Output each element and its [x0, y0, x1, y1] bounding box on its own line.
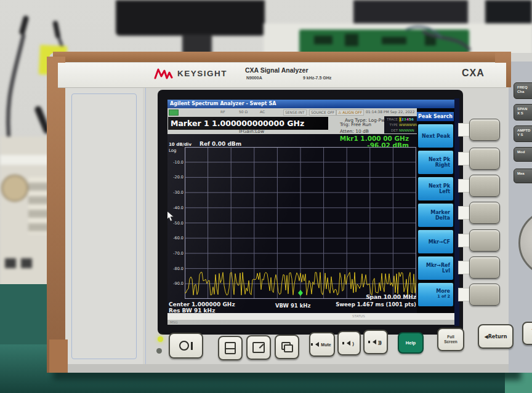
softkey-button-5[interactable] [458, 229, 500, 250]
softkey-more[interactable]: More 1 of 2 [418, 283, 453, 306]
y-axis-label: -80.0 [167, 266, 183, 271]
mute-button[interactable]: Mute [309, 332, 335, 357]
y-axis-label: -30.0 [167, 190, 183, 195]
model-number: N9000A [246, 76, 262, 80]
ref-level: Ref 0.00 dBm [200, 141, 241, 147]
y-axis-label: -60.0 [167, 236, 183, 240]
marker1-diamond [298, 290, 303, 296]
mouse-cursor [167, 210, 175, 223]
screen-status-row: RF 50 Ω AC SENSE:INT SOURCE OFF ⚠ ALIGN … [167, 108, 454, 116]
fnkey-label: SPAN [517, 107, 532, 111]
type-label: TYPE [385, 122, 398, 128]
window-split-button[interactable] [218, 336, 243, 360]
meas-key[interactable]: Mea [514, 169, 532, 183]
fnkey-label: X S [517, 111, 532, 116]
fnkey-label: Cha [517, 90, 532, 94]
center-freq-label: Center 1.000000 GHz [169, 301, 235, 308]
sweep-label: Sweep 1.467 ms (1001 pts) [336, 301, 416, 308]
copper-tape-left [47, 57, 65, 373]
window-split-icon [225, 342, 236, 354]
softkey-button-1[interactable] [458, 119, 500, 140]
impedance-indicator: 50 Ω [239, 109, 248, 114]
coupling-indicator: AC [260, 109, 265, 114]
remote-indicator [169, 109, 179, 116]
keysight-logo-icon [154, 68, 174, 80]
speaker-low-icon [344, 341, 350, 346]
power-led-on [158, 336, 163, 342]
copper-tape-top [53, 52, 511, 62]
trig-label: Trig: Free Run [340, 122, 371, 127]
type-row: WWWWWW [399, 123, 419, 127]
tab-button[interactable]: Ta →| [522, 322, 532, 345]
softkey-button-6[interactable] [458, 256, 500, 277]
det-row: NNNNNN [399, 129, 414, 132]
left-instrument-darkkey [5, 258, 16, 268]
menu-header: Peak Search [417, 112, 454, 121]
span-label: Span 10.00 MHz [366, 294, 416, 300]
speaker-mute-icon [313, 342, 319, 347]
softkey-next-pk-right[interactable]: Next Pk Right [418, 151, 453, 174]
softkey-cap [469, 119, 500, 141]
product-name: CXA Signal Analyzer [245, 66, 308, 74]
span-xscale-key[interactable]: SPAN X S [514, 104, 532, 121]
mute-label: Mute [321, 343, 331, 347]
ifgain-label: IFGain:Low [239, 129, 264, 134]
power-button[interactable] [169, 333, 203, 359]
window-next-icon [281, 342, 292, 352]
return-button[interactable]: ◀Return [478, 324, 514, 349]
window-next-button[interactable] [275, 335, 299, 359]
status-bar-label: STATUS [352, 314, 365, 318]
softkey-button-3[interactable] [458, 175, 500, 196]
status-bar: STATUS [167, 313, 454, 320]
y-axis-label: -70.0 [167, 251, 183, 256]
power-on-bar-icon [191, 342, 193, 350]
bottom-chassis-strip [54, 364, 532, 373]
brand-text: KEYSIGHT [177, 69, 227, 78]
panel-seam-line [145, 87, 146, 364]
return-label: ◀Return [485, 334, 507, 339]
power-icon [179, 341, 189, 351]
volume-up-button[interactable]: ))) [363, 330, 388, 354]
softkey-menu-column: Peak Search Next Peak Next Pk Right Next… [417, 108, 454, 313]
copper-tape-bottom-left [49, 339, 68, 373]
trace-table: TRACE123456 TYPEWWWWWW DETNNNNNN [384, 116, 417, 133]
help-button[interactable]: Help [398, 332, 424, 354]
screen-header-area: Marker 1 1.000000000000 GHz Avg Type: Lo… [167, 116, 454, 134]
sense-indicator: SENSE:INT [283, 109, 307, 116]
softkey-button-2[interactable] [458, 148, 500, 169]
softkey-next-peak[interactable]: Next Peak [418, 124, 453, 148]
softkey-cap [469, 148, 500, 170]
standby-led [156, 348, 162, 354]
brand-strip: KEYSIGHT CXA Signal Analyzer N9000A 9 kH… [58, 63, 506, 88]
left-instrument-darkkey [21, 258, 32, 268]
fnkey-label: Mea [517, 172, 532, 176]
mode-key[interactable]: Mod [514, 147, 532, 162]
softkey-mkr-to-cf[interactable]: Mkr→CF [418, 230, 453, 253]
y-axis-label: -90.0 [167, 281, 183, 286]
source-indicator: SOURCE OFF [309, 109, 336, 116]
amptd-yscale-key[interactable]: AMPTD Y S [514, 125, 532, 142]
cxa-badge: CXA [462, 68, 485, 79]
left-instrument-knob [1, 175, 28, 202]
datetime: 01:14:38 PM Sep 22, 2022 [366, 109, 415, 114]
window-zoom-button[interactable] [246, 335, 271, 360]
softkey-cap [469, 284, 500, 306]
fnkey-label: Mod [517, 150, 532, 154]
softkey-marker-delta[interactable]: Marker Delta [418, 204, 453, 227]
softkey-next-pk-left[interactable]: Next Pk Left [418, 177, 453, 200]
msg-bar-label: MSG [170, 320, 178, 324]
softkey-mkr-to-reflvl[interactable]: Mkr→Ref Lvl [418, 256, 453, 280]
volume-down-button[interactable]: ) [337, 331, 361, 355]
full-screen-button[interactable]: Full Screen [437, 328, 464, 351]
left-panel-seam [71, 93, 137, 359]
left-instrument-display [0, 155, 52, 165]
frequency-range: 9 kHz-7.5 GHz [303, 76, 331, 80]
window-zoom-icon [252, 342, 265, 353]
softkey-button-4[interactable] [458, 202, 500, 223]
instrument-screen: Agilent Spectrum Analyzer - Swept SA RF … [167, 100, 454, 325]
y-axis-label: -20.0 [167, 175, 183, 180]
softkey-cap [469, 229, 500, 252]
freq-channel-key[interactable]: FREQ Cha [514, 82, 532, 99]
trace-number: 6 [411, 117, 414, 122]
softkey-button-7[interactable] [458, 284, 500, 304]
